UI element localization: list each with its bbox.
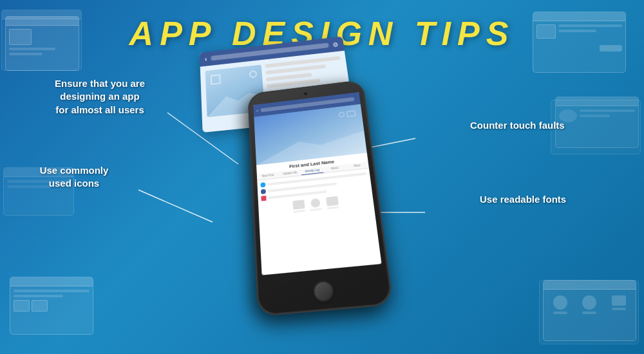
annotation-ensure-text: Ensure that you are designing an app for… — [55, 78, 145, 115]
front-camera — [303, 92, 307, 96]
annotation-commonly: Use commonly used icons — [16, 164, 132, 191]
annotation-readable: Use readable fonts — [480, 193, 609, 206]
icon-messages — [292, 200, 305, 212]
home-button — [312, 280, 334, 303]
annotation-counter: Counter touch faults — [470, 119, 599, 132]
phone-body: ‹ First and Last Name New Post Update In… — [247, 80, 393, 317]
phone-area: ‹ ⚙ — [219, 55, 425, 325]
screen-back-icon: ‹ — [256, 108, 258, 113]
phone-screen: ‹ First and Last Name New Post Update In… — [253, 92, 381, 275]
icon-profile — [326, 196, 339, 210]
main-content: APP DESIGN TIPS ‹ ⚙ — [0, 0, 644, 354]
annotation-ensure: Ensure that you are designing an app for… — [32, 77, 167, 116]
panel-back: ‹ — [205, 55, 207, 62]
icon-notifications — [309, 198, 322, 212]
panel-gear-icon: ⚙ — [332, 41, 339, 48]
